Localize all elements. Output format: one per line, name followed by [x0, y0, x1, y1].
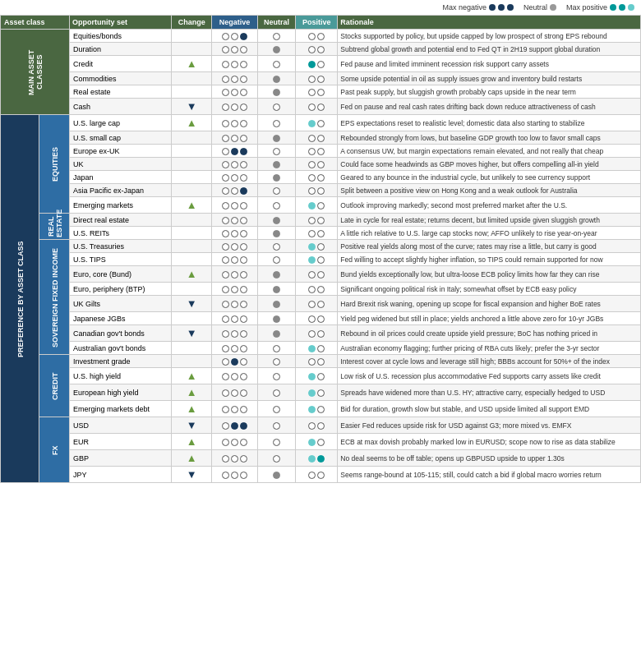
- circle: [231, 202, 238, 209]
- neutral-circles: [257, 401, 296, 417]
- asset-name: Direct real estate: [70, 214, 172, 227]
- positive-circles: [296, 355, 338, 368]
- circle: [317, 104, 325, 111]
- legend-max-negative: Max negative: [442, 3, 514, 12]
- positive-circles: [296, 240, 338, 253]
- asset-name: U.S. high yield: [70, 368, 172, 384]
- change-cell: [172, 85, 212, 99]
- circle: [240, 33, 247, 40]
- circle: [308, 271, 316, 278]
- negative-circles: [212, 171, 257, 184]
- table-row: FX USD ▼ Easier Fed reduces upside risk …: [1, 417, 641, 434]
- neutral-circles: [257, 214, 296, 227]
- neutral-circles: [257, 296, 296, 312]
- circle: [240, 243, 247, 251]
- negative-circles: [212, 227, 257, 240]
- arrow-up-icon: ▲: [187, 58, 197, 70]
- negative-circles: [212, 450, 257, 467]
- circle: [231, 174, 238, 182]
- circle: [240, 389, 247, 397]
- asset-name: Equities/bonds: [70, 30, 172, 43]
- circle: [231, 422, 238, 430]
- circle: [308, 389, 316, 397]
- circle: [222, 148, 229, 155]
- circle: [308, 358, 316, 366]
- circle: [240, 315, 247, 323]
- circle: [273, 256, 280, 264]
- circle: [273, 315, 280, 323]
- positive-circles: [296, 184, 338, 197]
- circle: [222, 120, 229, 127]
- positive-circles: [296, 368, 338, 384]
- circle: [308, 439, 316, 446]
- circle: [308, 148, 316, 155]
- header-positive: Positive: [296, 16, 338, 30]
- asset-name: Emerging markets debt: [70, 401, 172, 417]
- neutral-circles: [257, 240, 296, 253]
- positive-circles: [296, 266, 338, 283]
- circle: [240, 161, 247, 168]
- table-row: U.S. REITs A little rich relative to U.S…: [1, 227, 641, 240]
- circle: [231, 76, 238, 83]
- circle: [273, 76, 280, 83]
- asset-name: USD: [70, 417, 172, 434]
- rationale-text: EPS expectations reset to realistic leve…: [338, 115, 641, 131]
- negative-circles: [212, 197, 257, 214]
- table-row: Australian gov't bonds Australian econom…: [1, 342, 641, 355]
- change-cell: ▼: [172, 417, 212, 434]
- circle: [240, 174, 247, 182]
- positive-circles: [296, 467, 338, 483]
- arrow-up-icon: ▲: [187, 117, 197, 129]
- circle: [231, 455, 238, 463]
- circle: [231, 301, 238, 308]
- circle: [308, 345, 316, 352]
- positive-circles: [296, 283, 338, 296]
- rationale-text: Past peak supply, but sluggish growth pr…: [338, 85, 641, 99]
- circle: [240, 104, 247, 111]
- circle: [240, 256, 247, 264]
- table-row: GBP ▲ No deal seems to be off table; ope…: [1, 450, 641, 467]
- circle: [231, 187, 238, 195]
- positive-circles: [296, 312, 338, 325]
- circle: [231, 46, 238, 53]
- circle: [308, 406, 316, 413]
- table-row: MAIN ASSET CLASSES Equities/bonds Stocks…: [1, 30, 641, 43]
- circle: [308, 76, 316, 83]
- circle: [308, 104, 316, 111]
- positive-circles: [296, 56, 338, 72]
- table-row: Emerging markets ▲ Outlook improving mar…: [1, 197, 641, 214]
- change-cell: ▲: [172, 56, 212, 72]
- circle: [273, 46, 280, 53]
- circle: [317, 439, 325, 446]
- table-row: Euro, core (Bund) ▲ Bund yields exceptio…: [1, 266, 641, 283]
- legend-max-positive-label: Max positive: [566, 3, 607, 12]
- table-row: Commodities Some upside potential in oil…: [1, 72, 641, 85]
- change-cell: [172, 158, 212, 171]
- negative-circles: [212, 401, 257, 417]
- dot-gray: [550, 4, 556, 11]
- positive-circles: [296, 342, 338, 355]
- circle: [273, 174, 280, 182]
- positive-circles: [296, 384, 338, 401]
- rationale-text: ECB at max dovish probably marked low in…: [338, 434, 641, 450]
- circle: [240, 76, 247, 83]
- circle: [308, 472, 316, 479]
- circle: [222, 330, 229, 338]
- change-cell: ▲: [172, 115, 212, 131]
- circle: [231, 389, 238, 397]
- positive-circles: [296, 434, 338, 450]
- circle: [240, 202, 247, 209]
- circle: [222, 187, 229, 195]
- circle: [240, 230, 247, 237]
- rationale-text: Yield peg widened but still in place; yi…: [338, 312, 641, 325]
- positive-circles: [296, 131, 338, 145]
- table-row: Emerging markets debt ▲ Bid for duration…: [1, 401, 641, 417]
- circle: [317, 33, 325, 40]
- table-row: SOVEREIGN FIXED INCOME U.S. Treasuries P…: [1, 240, 641, 253]
- circle: [240, 373, 247, 380]
- positive-circles: [296, 197, 338, 214]
- circle: [273, 406, 280, 413]
- neutral-circles: [257, 312, 296, 325]
- change-cell: ▲: [172, 197, 212, 214]
- arrow-up-icon: ▲: [187, 386, 197, 398]
